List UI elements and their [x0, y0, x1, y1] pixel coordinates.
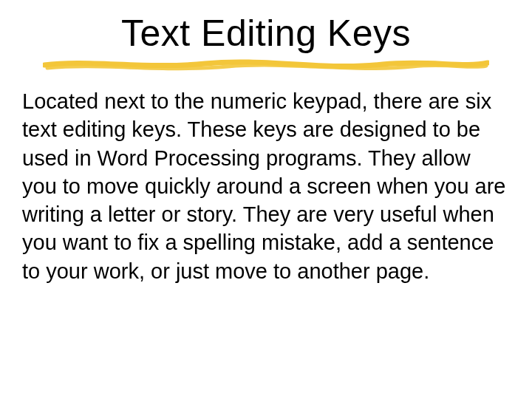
slide-title: Text Editing Keys — [121, 13, 411, 54]
slide-body-text: Located next to the numeric keypad, ther… — [22, 87, 510, 285]
title-underline-icon — [43, 56, 489, 72]
slide: Text Editing Keys Located next to the nu… — [0, 0, 532, 399]
title-wrap: Text Editing Keys — [0, 13, 532, 54]
